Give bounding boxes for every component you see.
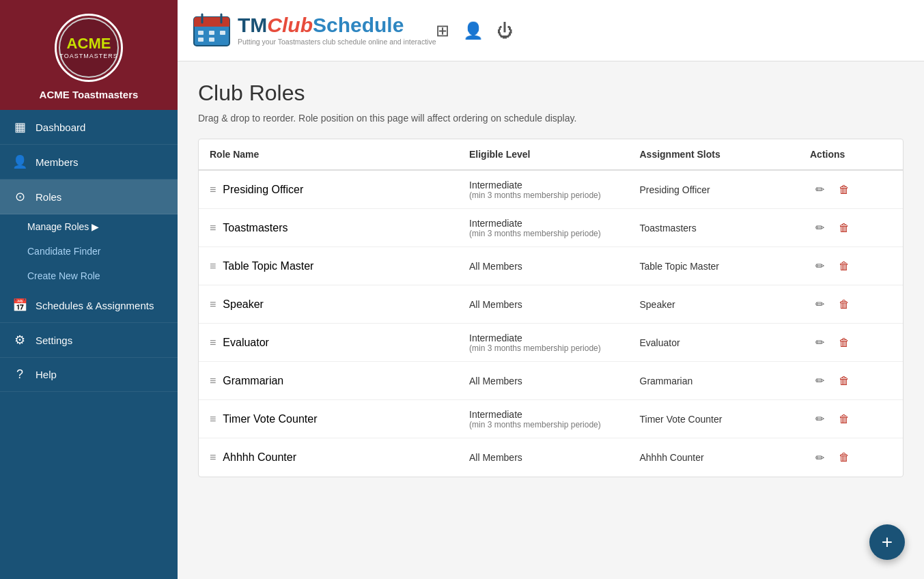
- nav-dashboard-label: Dashboard: [36, 122, 85, 133]
- svg-rect-2: [194, 24, 229, 27]
- assignment-slot: Presiding Officer: [640, 184, 811, 195]
- table-body: ≡ Presiding Officer Intermediate (min 3 …: [199, 171, 903, 477]
- eligible-cell: Intermediate (min 3 months membership pe…: [469, 218, 640, 238]
- eligible-cell: All Members: [469, 261, 640, 272]
- col-actions: Actions: [810, 149, 892, 160]
- roles-icon: ⊙: [12, 189, 27, 204]
- edit-button[interactable]: ✏: [810, 448, 829, 467]
- delete-button[interactable]: 🗑: [835, 448, 854, 467]
- role-name-cell: ≡ Table Topic Master: [210, 260, 469, 272]
- drag-handle-icon[interactable]: ≡: [210, 337, 216, 349]
- assignment-slot: Table Topic Master: [640, 261, 811, 272]
- delete-button[interactable]: 🗑: [835, 410, 854, 429]
- table-row: ≡ Toastmasters Intermediate (min 3 month…: [199, 209, 903, 247]
- role-name-cell: ≡ Presiding Officer: [210, 184, 469, 196]
- drag-handle-icon[interactable]: ≡: [210, 222, 216, 234]
- role-name-cell: ≡ Evaluator: [210, 337, 469, 349]
- eligible-level: Intermediate: [469, 409, 640, 420]
- role-name: Timer Vote Counter: [223, 413, 317, 425]
- user-icon[interactable]: 👤: [463, 21, 484, 40]
- subnav-candidate-finder-label: Candidate Finder: [27, 246, 100, 257]
- eligible-level: Intermediate: [469, 180, 640, 190]
- actions-cell: ✏ 🗑: [810, 218, 892, 238]
- nav-schedules[interactable]: 📅 Schedules & Assignments: [0, 288, 178, 323]
- page-title: Club Roles: [198, 81, 904, 106]
- settings-icon: ⚙: [12, 333, 27, 348]
- assignment-slot: Timer Vote Counter: [640, 414, 811, 425]
- svg-rect-9: [209, 38, 214, 42]
- delete-button[interactable]: 🗑: [835, 371, 854, 391]
- brand-logo: TMClubSchedule Putting your Toastmasters…: [191, 10, 436, 51]
- add-fab-button[interactable]: +: [869, 524, 905, 560]
- role-name: Evaluator: [223, 337, 269, 349]
- drag-handle-icon[interactable]: ≡: [210, 260, 216, 272]
- table-row: ≡ Speaker All Members Speaker ✏ 🗑: [199, 285, 903, 324]
- power-icon[interactable]: ⏻: [497, 21, 514, 40]
- schedules-icon: 📅: [12, 298, 27, 313]
- nav-settings-label: Settings: [36, 335, 72, 346]
- role-name: Speaker: [223, 298, 264, 311]
- eligible-cell: All Members: [469, 299, 640, 310]
- drag-handle-icon[interactable]: ≡: [210, 184, 216, 196]
- drag-handle-icon[interactable]: ≡: [210, 413, 216, 425]
- nav-members[interactable]: 👤 Members: [0, 145, 178, 180]
- col-role-name: Role Name: [210, 149, 469, 160]
- subnav-candidate-finder[interactable]: Candidate Finder: [0, 239, 178, 264]
- drag-handle-icon[interactable]: ≡: [210, 451, 216, 464]
- members-icon: 👤: [12, 154, 27, 169]
- logo-toast-text: TOASTMASTERS: [59, 53, 117, 59]
- logo-acme-text: ACME: [67, 36, 111, 51]
- drag-handle-icon[interactable]: ≡: [210, 298, 216, 311]
- subnav-manage-roles[interactable]: Manage Roles ▶: [0, 214, 178, 239]
- logo-main: TMClubSchedule Putting your Toastmasters…: [191, 10, 436, 51]
- delete-button[interactable]: 🗑: [835, 180, 854, 199]
- table-row: ≡ Evaluator Intermediate (min 3 months m…: [199, 324, 903, 362]
- nav-schedules-label: Schedules & Assignments: [36, 300, 154, 311]
- svg-rect-5: [198, 31, 204, 35]
- role-name-cell: ≡ Timer Vote Counter: [210, 413, 469, 425]
- edit-button[interactable]: ✏: [810, 333, 829, 352]
- eligible-level: All Members: [469, 452, 640, 463]
- eligible-note: (min 3 months membership periode): [469, 190, 640, 200]
- role-name-cell: ≡ Ahhhh Counter: [210, 451, 469, 464]
- grid-icon[interactable]: ⊞: [436, 21, 449, 40]
- role-name: Presiding Officer: [223, 184, 303, 196]
- edit-button[interactable]: ✏: [810, 218, 829, 238]
- nav-roles[interactable]: ⊙ Roles: [0, 180, 178, 214]
- delete-button[interactable]: 🗑: [835, 295, 854, 314]
- nav-members-label: Members: [36, 156, 79, 168]
- eligible-level: All Members: [469, 261, 640, 272]
- edit-button[interactable]: ✏: [810, 410, 829, 429]
- role-name: Table Topic Master: [223, 260, 313, 272]
- roles-table: Role Name Eligible Level Assignment Slot…: [198, 139, 904, 477]
- logo-tagline: Putting your Toastmasters club schedule …: [238, 38, 436, 46]
- role-name: Toastmasters: [223, 222, 288, 234]
- edit-button[interactable]: ✏: [810, 295, 829, 314]
- edit-button[interactable]: ✏: [810, 257, 829, 276]
- content-area: Club Roles Drag & drop to reorder. Role …: [178, 61, 924, 579]
- assignment-slot: Ahhhh Counter: [640, 452, 811, 463]
- assignment-slot: Speaker: [640, 299, 811, 310]
- role-name: Ahhhh Counter: [223, 451, 296, 464]
- nav-dashboard[interactable]: ▦ Dashboard: [0, 110, 178, 145]
- table-row: ≡ Grammarian All Members Grammarian ✏ 🗑: [199, 362, 903, 400]
- assignment-slot: Grammarian: [640, 376, 811, 386]
- subnav-manage-roles-label: Manage Roles ▶: [27, 221, 99, 232]
- eligible-cell: All Members: [469, 376, 640, 386]
- actions-cell: ✏ 🗑: [810, 410, 892, 429]
- delete-button[interactable]: 🗑: [835, 333, 854, 352]
- actions-cell: ✏ 🗑: [810, 448, 892, 467]
- nav-help[interactable]: ? Help: [0, 358, 178, 392]
- delete-button[interactable]: 🗑: [835, 257, 854, 276]
- role-name: Grammarian: [223, 375, 283, 387]
- actions-cell: ✏ 🗑: [810, 371, 892, 391]
- subnav-create-new-role[interactable]: Create New Role: [0, 264, 178, 288]
- edit-button[interactable]: ✏: [810, 371, 829, 391]
- actions-cell: ✏ 🗑: [810, 180, 892, 199]
- nav-settings[interactable]: ⚙ Settings: [0, 323, 178, 358]
- edit-button[interactable]: ✏: [810, 180, 829, 199]
- col-eligible-level: Eligible Level: [469, 149, 640, 160]
- svg-rect-7: [220, 31, 225, 35]
- drag-handle-icon[interactable]: ≡: [210, 375, 216, 387]
- delete-button[interactable]: 🗑: [835, 218, 854, 238]
